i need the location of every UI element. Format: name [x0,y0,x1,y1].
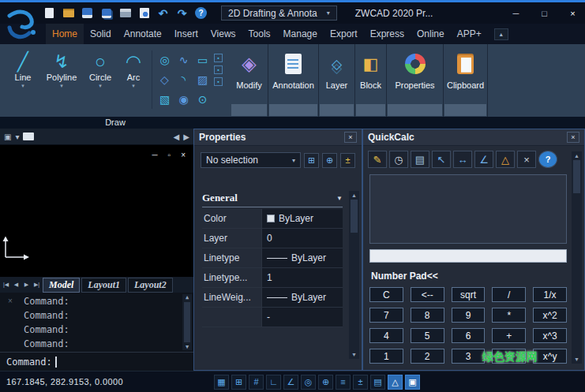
next-tab-icon[interactable]: ▶ [22,282,31,288]
calc-key[interactable]: C [369,287,403,302]
calc-key[interactable]: 8 [411,308,444,323]
calc-key[interactable]: <-- [411,287,444,302]
calc-key[interactable]: 7 [369,308,403,323]
save-all-icon[interactable] [99,6,113,20]
scrollbar-thumb[interactable] [351,200,358,233]
select-objects-icon[interactable]: ⊕ [322,153,337,168]
dyn-input-icon[interactable]: ± [353,375,368,390]
mdi-restore-icon[interactable]: ▫ [168,151,171,159]
drawing-canvas[interactable]: ─ ▫ × [0,145,193,277]
command-history[interactable]: × Command: Command: Command: Command: ▲ … [0,293,193,352]
donut-icon[interactable]: ◉ [174,90,193,109]
history-icon[interactable]: ◷ [389,151,408,168]
tab-export[interactable]: Export [324,24,364,44]
clipboard-button[interactable]: Clipboard [444,44,487,104]
calc-key[interactable]: / [492,287,526,302]
arc-button[interactable]: ◠ Arc ▾ [118,47,148,89]
scroll-up-icon[interactable]: ▲ [351,192,357,198]
layer-button[interactable]: ◇ Layer [319,44,354,104]
model-space-icon[interactable]: ▦ [214,375,229,390]
polygon-icon[interactable]: ◇ [156,70,174,89]
calc-key[interactable]: 9 [452,308,486,323]
property-value[interactable]: ByLayer [262,209,343,228]
circle-radius-icon[interactable]: ◎ [156,50,174,69]
calc-key[interactable]: * [492,308,526,323]
scroll-down-icon[interactable]: ▼ [351,352,357,357]
print-icon[interactable] [118,6,132,20]
tab-annotate[interactable]: Annotate [118,24,168,44]
calc-key[interactable]: 5 [411,328,444,343]
property-value[interactable]: 0 [262,229,343,248]
scrollbar-thumb[interactable] [184,302,190,342]
minimize-button[interactable]: ─ [505,6,527,21]
first-tab-icon[interactable]: |◀ [2,282,10,288]
scroll-up-icon[interactable]: ▲ [186,294,189,301]
tab-insert[interactable]: Insert [168,24,204,44]
osnap-icon[interactable]: ◎ [301,375,316,390]
chevron-down-icon[interactable]: ▾ [15,133,19,141]
calc-key[interactable]: 4 [369,328,403,343]
spline-icon[interactable]: ∿ [174,50,193,69]
get-angle-icon[interactable]: ∠ [474,151,493,168]
arc-3point-icon[interactable]: ◝ [174,70,193,89]
command-input[interactable]: Command: [0,352,193,371]
line-button[interactable]: ╱ Line ▾ [5,47,41,89]
new-file-icon[interactable] [43,6,56,20]
help-icon[interactable]: ? [194,6,208,20]
command-close-icon[interactable]: × [8,297,13,305]
edit-icon[interactable]: ✎ [368,151,387,168]
mini-tool-icon[interactable]: ▪ [214,77,223,86]
tab-home[interactable]: Home [46,24,84,44]
help-icon[interactable]: ? [538,151,557,168]
property-value[interactable]: ByLayer [262,288,343,307]
scroll-right-icon[interactable]: ▶ [183,133,189,141]
scroll-up-icon[interactable]: ▲ [574,153,579,159]
clear-icon[interactable]: × [517,151,536,168]
property-value[interactable]: 1 [262,268,343,287]
calc-key[interactable]: 2 [411,349,444,364]
mdi-minimize-icon[interactable]: ─ [152,151,158,159]
tab-layout1[interactable]: Layout1 [81,278,126,293]
scroll-down-icon[interactable]: ▼ [186,344,189,350]
calc-key[interactable]: 1/x [533,287,567,302]
calc-key[interactable]: 3 [452,349,486,364]
scroll-left-icon[interactable]: ◀ [174,133,180,141]
workspace-dropdown[interactable]: 2D Drafting & Annota ▾ [221,6,337,21]
modify-button[interactable]: ◈ Modify [231,44,268,104]
mini-tool-icon[interactable]: ▪ [214,54,223,62]
redo-icon[interactable]: ↷ [175,6,189,20]
circle-button[interactable]: ○ Circle ▾ [82,47,118,89]
block-button[interactable]: ◧ Block [355,44,386,104]
tab-online[interactable]: Online [411,24,451,44]
calc-key[interactable]: x^2 [533,308,567,323]
properties-scrollbar[interactable]: ▲ ▼ [349,191,359,359]
prev-tab-icon[interactable]: ◀ [12,282,21,288]
polyline-button[interactable]: ↯ Polyline ▾ [41,47,82,89]
rectangle-icon[interactable]: ▭ [193,50,212,69]
mini-tool-icon[interactable]: ▪ [214,65,223,74]
calc-key[interactable]: + [492,328,526,343]
calc-key[interactable]: 6 [452,328,486,343]
quickcalc-history-box[interactable] [369,174,567,244]
last-tab-icon[interactable]: ▶| [32,282,41,288]
annotation-scale-icon[interactable]: △ [388,375,403,390]
tab-views[interactable]: Views [204,24,242,44]
property-value[interactable]: - [262,308,343,327]
calc-key[interactable]: sqrt [452,287,486,302]
tab-tools[interactable]: Tools [242,24,277,44]
selection-dropdown[interactable]: No selection ▾ [201,152,301,168]
point-icon[interactable]: ⊙ [193,90,212,109]
quick-properties-icon[interactable]: ▤ [370,375,385,390]
ribbon-collapse-icon[interactable]: ▴ [494,28,508,40]
toggle-pickadd-icon[interactable]: ± [340,153,355,168]
tab-app-plus[interactable]: APP+ [451,24,488,44]
open-file-icon[interactable] [62,6,75,20]
maximize-button[interactable]: □ [534,6,555,21]
layout-grid-icon[interactable]: ▣ [4,133,11,141]
scroll-down-icon[interactable]: ▼ [574,357,579,362]
number-pad-toggle[interactable]: Number Pad<< [371,271,584,282]
general-section-header[interactable]: General ▼ [202,192,343,207]
units-conversion-icon[interactable]: △ [496,151,515,168]
tab-manage[interactable]: Manage [277,24,324,44]
close-icon[interactable]: × [567,132,579,143]
